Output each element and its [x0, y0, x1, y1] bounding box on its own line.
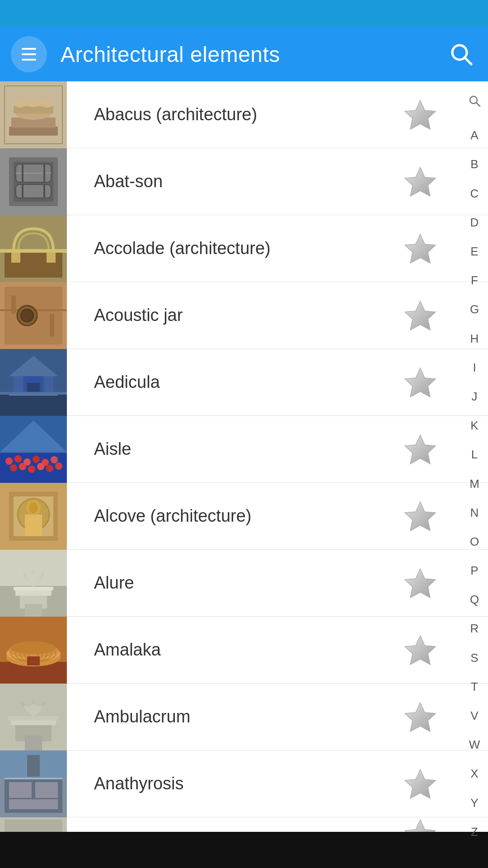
alpha-E[interactable]: E: [470, 245, 478, 257]
item-label: Abacus (architecture): [67, 105, 398, 124]
svg-marker-38: [405, 301, 436, 330]
svg-rect-104: [9, 799, 58, 809]
list-item[interactable]: Aisle: [0, 416, 488, 483]
item-label: Ambulacrum: [67, 707, 398, 726]
svg-rect-107: [27, 755, 40, 777]
alpha-X[interactable]: X: [470, 768, 478, 779]
thumbnail-illustration: [0, 215, 67, 282]
star-icon: [402, 699, 438, 735]
alphabet-sidebar: A B C D E F G H I J K L M N O P Q R S T …: [461, 81, 488, 851]
list-item[interactable]: Alcove (architecture): [0, 483, 488, 550]
alpha-H[interactable]: H: [470, 333, 479, 344]
alpha-D[interactable]: D: [470, 217, 479, 228]
sidebar-search-icon[interactable]: [468, 94, 481, 110]
favorite-button[interactable]: [398, 226, 443, 271]
item-thumbnail: [0, 215, 67, 282]
favorite-button[interactable]: [398, 360, 443, 405]
svg-line-1: [465, 57, 471, 64]
item-thumbnail: [0, 282, 67, 349]
alpha-P[interactable]: P: [470, 565, 478, 576]
favorite-button[interactable]: [398, 561, 443, 606]
item-label: Accolade (architecture): [67, 239, 398, 258]
favorite-button[interactable]: [398, 694, 443, 740]
list-item[interactable]: Alure: [0, 550, 488, 617]
alpha-V[interactable]: V: [470, 710, 478, 722]
item-label: Aedicula: [67, 373, 398, 392]
svg-rect-70: [25, 514, 42, 536]
svg-point-56: [51, 456, 58, 463]
favorite-button[interactable]: [398, 427, 443, 472]
item-thumbnail: [0, 349, 67, 416]
page-title: Architectural elements: [61, 42, 432, 67]
alpha-I[interactable]: I: [473, 362, 476, 373]
alpha-N[interactable]: N: [470, 507, 479, 519]
alpha-K[interactable]: K: [470, 420, 478, 431]
svg-marker-24: [405, 167, 436, 196]
list-item[interactable]: Amalaka: [0, 617, 488, 684]
list-item[interactable]: Abat-son: [0, 148, 488, 215]
thumbnail-illustration: [0, 617, 67, 684]
alpha-W[interactable]: W: [469, 739, 480, 750]
items-list: A B C D E F G H I J K L M N O P Q R S T …: [0, 81, 488, 851]
star-icon: [402, 364, 438, 401]
item-label: Aisle: [67, 439, 398, 459]
svg-marker-65: [405, 435, 436, 464]
alpha-L[interactable]: L: [471, 448, 478, 460]
svg-marker-93: [405, 636, 436, 665]
svg-point-59: [28, 466, 35, 473]
item-thumbnail: [0, 750, 67, 817]
list-item[interactable]: Abacus (architecture): [0, 81, 488, 148]
list-item[interactable]: Ambulacrum: [0, 684, 488, 750]
favorite-button[interactable]: [398, 293, 443, 338]
svg-marker-48: [405, 368, 436, 397]
alpha-T[interactable]: T: [471, 681, 478, 693]
svg-point-10: [14, 99, 26, 108]
bottom-nav-bar: [0, 832, 488, 868]
svg-point-62: [55, 462, 62, 470]
alpha-B[interactable]: B: [470, 158, 478, 170]
svg-marker-80: [405, 569, 436, 598]
list-item[interactable]: Acoustic jar: [0, 282, 488, 349]
alpha-G[interactable]: G: [470, 303, 479, 315]
alpha-M[interactable]: M: [469, 478, 479, 490]
alpha-O[interactable]: O: [470, 536, 479, 547]
alpha-J[interactable]: J: [472, 391, 478, 402]
favorite-button[interactable]: [398, 627, 443, 673]
thumbnail-illustration: [0, 282, 67, 349]
star-icon: [402, 164, 438, 200]
alpha-Z[interactable]: Z: [471, 826, 478, 838]
favorite-button[interactable]: [398, 92, 443, 137]
thumbnail-illustration: [0, 349, 67, 416]
alpha-Q[interactable]: Q: [470, 594, 479, 605]
alpha-C[interactable]: C: [470, 188, 479, 199]
favorite-button[interactable]: [398, 494, 443, 539]
list-item[interactable]: Aedicula: [0, 349, 488, 416]
svg-marker-99: [405, 703, 436, 731]
svg-marker-13: [405, 100, 436, 129]
menu-button[interactable]: [11, 36, 47, 72]
svg-marker-108: [405, 769, 436, 798]
app-header: Architectural elements: [0, 27, 488, 81]
svg-rect-18: [16, 184, 51, 198]
hamburger-icon: [22, 48, 36, 61]
star-icon: [402, 431, 438, 467]
svg-rect-78: [14, 587, 53, 590]
favorite-button[interactable]: [398, 761, 443, 807]
alpha-R[interactable]: R: [470, 623, 479, 634]
alpha-F[interactable]: F: [471, 274, 478, 286]
list-item[interactable]: Accolade (architecture): [0, 215, 488, 282]
svg-rect-47: [0, 392, 67, 395]
svg-rect-103: [35, 782, 58, 798]
search-icon: [450, 42, 473, 66]
list-item[interactable]: Anathyrosis: [0, 750, 488, 817]
search-button[interactable]: [446, 38, 477, 70]
alpha-S[interactable]: S: [470, 652, 478, 664]
svg-point-12: [41, 99, 53, 108]
favorite-button[interactable]: [398, 159, 443, 204]
alpha-A[interactable]: A: [470, 129, 478, 141]
alpha-Y[interactable]: Y: [470, 797, 478, 809]
item-thumbnail: [0, 483, 67, 550]
svg-rect-92: [27, 656, 40, 665]
thumbnail-illustration: [0, 750, 67, 817]
item-thumbnail: [0, 617, 67, 684]
